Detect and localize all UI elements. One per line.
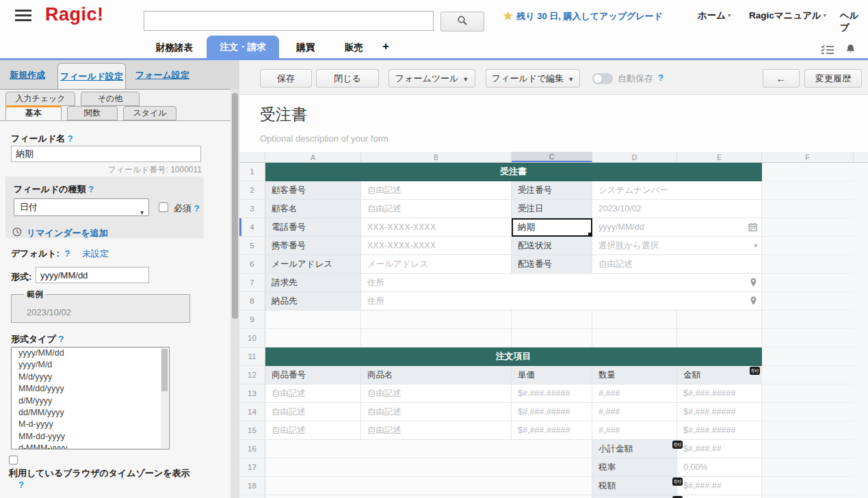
cell-C12-label[interactable]: 単価 xyxy=(512,366,592,384)
row-header-14[interactable]: 14 xyxy=(239,403,265,421)
subtab-input-check[interactable]: 入力チェック xyxy=(5,92,75,106)
cell-F12[interactable] xyxy=(762,366,854,384)
cell-D3[interactable]: 2023/10/02 xyxy=(592,200,762,218)
cell-C3-label[interactable]: 受注日 xyxy=(512,200,592,218)
format-type-option[interactable]: d/M/yyyy xyxy=(12,395,169,407)
formula-fx-badge[interactable]: f(x) xyxy=(672,441,683,449)
cell-F5[interactable] xyxy=(762,237,854,255)
cell-E14[interactable]: $#,###.##### xyxy=(677,403,762,421)
cell-B7[interactable]: 住所 xyxy=(361,274,762,292)
row-header-7[interactable]: 7 xyxy=(239,274,265,292)
cell-F1[interactable] xyxy=(762,163,854,181)
cell-B8[interactable]: 住所 xyxy=(361,292,762,311)
row-header-2[interactable]: 2 xyxy=(239,181,265,200)
cell-E16[interactable]: $#,###.## xyxy=(677,440,762,458)
cell-C5-label[interactable]: 配送状況 xyxy=(512,237,592,255)
help-icon[interactable]: ? xyxy=(658,73,663,83)
row-header-12[interactable]: 12 xyxy=(239,366,265,384)
help-icon[interactable]: ? xyxy=(68,133,73,144)
cell-A16[interactable] xyxy=(265,440,592,458)
close-button[interactable]: 閉じる xyxy=(316,69,379,88)
row-header-9[interactable]: 9 xyxy=(239,311,265,329)
format-type-option[interactable]: yyyy/M/d xyxy=(12,359,169,371)
nav-home[interactable]: ホーム▾ xyxy=(698,10,731,22)
cell-C15[interactable]: $#,###.##### xyxy=(512,421,592,440)
upgrade-link[interactable]: 残り 30 日, 購入してアップグレード xyxy=(516,10,663,23)
row-header-13[interactable]: 13 xyxy=(239,384,265,403)
cell-F2[interactable] xyxy=(762,181,854,200)
cell-B5[interactable]: XXX-XXXX-XXXX xyxy=(361,237,512,255)
upgrade-banner[interactable]: ★ 残り 30 日, 購入してアップグレード xyxy=(503,9,663,23)
form-tools-dropdown[interactable]: フォームツール▼ xyxy=(389,69,475,88)
subtab-style[interactable]: スタイル xyxy=(123,106,176,120)
required-checkbox[interactable] xyxy=(159,202,168,212)
row-header-11[interactable]: 11 xyxy=(239,348,265,366)
scrollbar-thumb[interactable] xyxy=(161,349,168,391)
cell-C9[interactable] xyxy=(512,311,592,329)
cell-A12-label[interactable]: 商品番号 xyxy=(265,366,361,384)
help-icon[interactable]: ? xyxy=(64,248,70,259)
row-header-5[interactable]: 5 xyxy=(239,237,265,255)
row-header-19[interactable]: 19 xyxy=(239,495,265,498)
format-type-option[interactable]: dd/MM/yyyy xyxy=(12,407,169,419)
cell-D10[interactable] xyxy=(592,329,677,348)
row-header-17[interactable]: 17 xyxy=(239,458,265,477)
cell-A14[interactable]: 自由記述 xyxy=(265,403,361,421)
cell-D13[interactable]: #,### xyxy=(592,384,677,403)
cell-A9[interactable] xyxy=(265,311,361,329)
sidebar-tab-form-settings[interactable]: フォーム設定 xyxy=(135,69,189,81)
format-type-listbox[interactable]: yyyy/MM/ddyyyy/M/dM/d/yyyyMM/dd/yyyyd/M/… xyxy=(11,347,170,449)
add-tab-button[interactable]: + xyxy=(382,40,389,53)
row-header-15[interactable]: 15 xyxy=(239,421,265,440)
cell-D15[interactable]: #,### xyxy=(592,421,677,440)
cell-A15[interactable]: 自由記述 xyxy=(265,421,361,440)
format-input[interactable] xyxy=(36,267,149,283)
cell-F4[interactable] xyxy=(762,218,854,237)
row-header-16[interactable]: 16 xyxy=(239,440,265,458)
cell-B9[interactable] xyxy=(361,311,512,329)
section-header-cell-row11[interactable]: 注文項目 xyxy=(265,348,762,366)
cell-F3[interactable] xyxy=(762,200,854,218)
cell-F11[interactable] xyxy=(762,348,854,366)
cell-F6[interactable] xyxy=(762,255,854,274)
form-title[interactable]: 受注書 xyxy=(260,104,307,125)
cell-D6[interactable]: 自由記述 xyxy=(592,255,762,274)
selection-fill-handle[interactable] xyxy=(588,233,592,237)
checklist-icon[interactable] xyxy=(821,44,834,57)
cell-E12-label[interactable]: 金額f(x) xyxy=(677,366,762,384)
cell-F16[interactable] xyxy=(762,440,854,458)
subtab-formula[interactable]: 関数 xyxy=(67,106,118,120)
cell-A6-label[interactable]: メールアドレス xyxy=(265,255,361,274)
cell-A5-label[interactable]: 携帯番号 xyxy=(265,237,361,255)
cell-B15[interactable]: 自由記述 xyxy=(361,421,512,440)
subtab-other[interactable]: その他 xyxy=(81,92,140,106)
row-header-6[interactable]: 6 xyxy=(239,255,265,274)
sheet-corner[interactable] xyxy=(239,152,265,162)
cell-D4[interactable]: yyyy/MM/dd xyxy=(592,218,762,237)
nav-manual[interactable]: Ragicマニュアル▾ xyxy=(749,10,826,22)
cell-F10[interactable] xyxy=(762,329,854,348)
section-header-cell-row1[interactable]: 受注書 xyxy=(265,163,762,181)
cell-A17[interactable] xyxy=(265,458,592,477)
subtab-basic[interactable]: 基本 xyxy=(5,105,62,120)
cell-C6-label[interactable]: 配送番号 xyxy=(512,255,592,274)
back-button[interactable]: ← xyxy=(763,69,800,88)
cell-D12-label[interactable]: 数量 xyxy=(592,366,677,384)
cell-A2-label[interactable]: 顧客番号 xyxy=(265,181,361,200)
cell-B10[interactable] xyxy=(361,329,512,348)
nav-help[interactable]: ヘルプ xyxy=(840,10,868,34)
format-type-option[interactable]: M/d/yyyy xyxy=(12,371,169,383)
row-header-4[interactable]: 4 xyxy=(239,218,265,237)
help-icon[interactable]: ? xyxy=(59,334,64,344)
search-input[interactable] xyxy=(144,11,434,31)
column-header-B[interactable]: B xyxy=(361,152,512,162)
column-header-C[interactable]: C xyxy=(512,152,592,162)
cell-B14[interactable]: 自由記述 xyxy=(361,403,512,421)
cell-B12-label[interactable]: 商品名 xyxy=(361,366,512,384)
column-header-E[interactable]: E xyxy=(677,152,762,162)
pin-icon[interactable] xyxy=(750,296,757,306)
cell-D16-label[interactable]: 小計金額f(x) xyxy=(592,440,677,458)
cell-F8[interactable] xyxy=(762,292,854,311)
ragic-logo[interactable]: Ragic! xyxy=(45,4,104,25)
cell-A19[interactable] xyxy=(265,495,592,498)
